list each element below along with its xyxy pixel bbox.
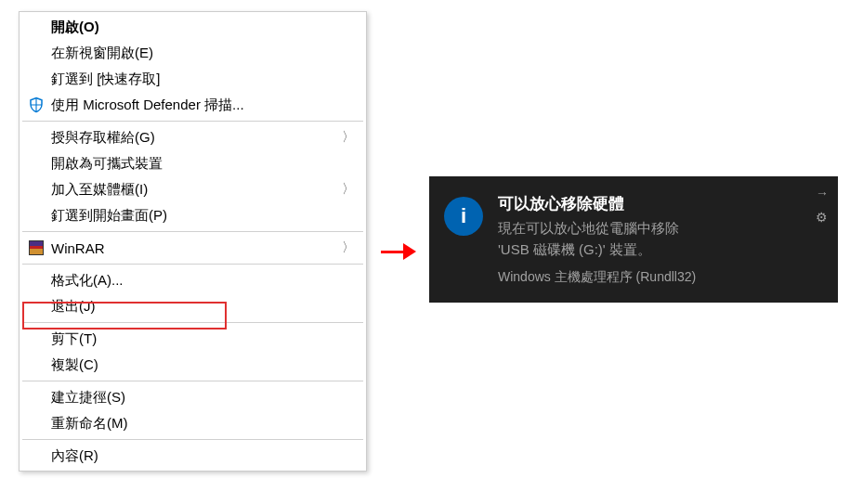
separator — [22, 264, 363, 265]
menu-label-open-new-window: 在新視窗開啟(E) — [51, 45, 355, 62]
winrar-icon — [27, 239, 46, 257]
menu-item-copy[interactable]: 複製(C) — [21, 352, 364, 378]
chevron-right-icon: 〉 — [342, 239, 355, 256]
menu-item-rename[interactable]: 重新命名(M) — [21, 410, 364, 436]
separator — [22, 121, 363, 122]
toast-notification[interactable]: i 可以放心移除硬體 現在可以放心地從電腦中移除 'USB 磁碟機 (G:)' … — [429, 176, 838, 303]
shield-icon — [27, 96, 46, 114]
menu-item-open[interactable]: 開啟(O) — [21, 14, 364, 40]
menu-item-open-portable[interactable]: 開啟為可攜式裝置 — [21, 150, 364, 176]
menu-label-defender-scan: 使用 Microsoft Defender 掃描... — [51, 97, 355, 114]
menu-item-defender-scan[interactable]: 使用 Microsoft Defender 掃描... — [21, 92, 364, 118]
arrow-icon — [381, 243, 416, 260]
menu-item-cut[interactable]: 剪下(T) — [21, 326, 364, 352]
toast-texts: 可以放心移除硬體 現在可以放心地從電腦中移除 'USB 磁碟機 (G:)' 裝置… — [498, 193, 823, 286]
separator — [22, 231, 363, 232]
menu-label-properties: 內容(R) — [51, 447, 355, 465]
toast-body-line1: 現在可以放心地從電腦中移除 — [498, 218, 823, 239]
toast-settings-icon[interactable]: ⚙ — [816, 210, 829, 225]
menu-item-eject[interactable]: 退出(J) — [21, 293, 364, 319]
menu-label-add-library: 加入至媒體櫃(I) — [51, 181, 342, 199]
toast-source: Windows 主機處理程序 (Rundll32) — [498, 269, 823, 286]
menu-label-winrar: WinRAR — [51, 240, 342, 256]
menu-item-properties[interactable]: 內容(R) — [21, 443, 364, 469]
info-icon: i — [444, 197, 483, 236]
context-menu: 開啟(O) 在新視窗開啟(E) 釘選到 [快速存取] 使用 Microsoft … — [19, 11, 367, 472]
menu-label-open: 開啟(O) — [51, 19, 355, 36]
toast-body: 現在可以放心地從電腦中移除 'USB 磁碟機 (G:)' 裝置。 — [498, 218, 823, 260]
menu-label-pin-start: 釘選到開始畫面(P) — [51, 207, 355, 225]
separator — [22, 322, 363, 323]
menu-label-grant-access: 授與存取權給(G) — [51, 129, 342, 147]
menu-item-open-new-window[interactable]: 在新視窗開啟(E) — [21, 40, 364, 66]
menu-item-grant-access[interactable]: 授與存取權給(G) 〉 — [21, 124, 364, 150]
menu-label-copy: 複製(C) — [51, 356, 355, 374]
menu-label-open-portable: 開啟為可攜式裝置 — [51, 155, 355, 173]
separator — [22, 439, 363, 440]
separator — [22, 381, 363, 381]
menu-label-cut: 剪下(T) — [51, 330, 355, 348]
chevron-right-icon: 〉 — [342, 129, 355, 146]
menu-item-add-library[interactable]: 加入至媒體櫃(I) 〉 — [21, 176, 364, 202]
menu-item-create-shortcut[interactable]: 建立捷徑(S) — [21, 384, 364, 410]
toast-arrow-icon[interactable]: → — [816, 186, 829, 200]
chevron-right-icon: 〉 — [342, 181, 355, 198]
menu-item-winrar[interactable]: WinRAR 〉 — [21, 235, 364, 261]
menu-item-format[interactable]: 格式化(A)... — [21, 267, 364, 293]
menu-label-pin-quick-access: 釘選到 [快速存取] — [51, 71, 355, 88]
menu-label-eject: 退出(J) — [51, 298, 355, 316]
toast-title: 可以放心移除硬體 — [498, 193, 823, 214]
menu-label-rename: 重新命名(M) — [51, 415, 355, 433]
toast-body-line2: 'USB 磁碟機 (G:)' 裝置。 — [498, 239, 823, 261]
menu-label-create-shortcut: 建立捷徑(S) — [51, 389, 355, 407]
menu-item-pin-start[interactable]: 釘選到開始畫面(P) — [21, 202, 364, 228]
menu-label-format: 格式化(A)... — [51, 272, 355, 290]
menu-item-pin-quick-access[interactable]: 釘選到 [快速存取] — [21, 66, 364, 92]
